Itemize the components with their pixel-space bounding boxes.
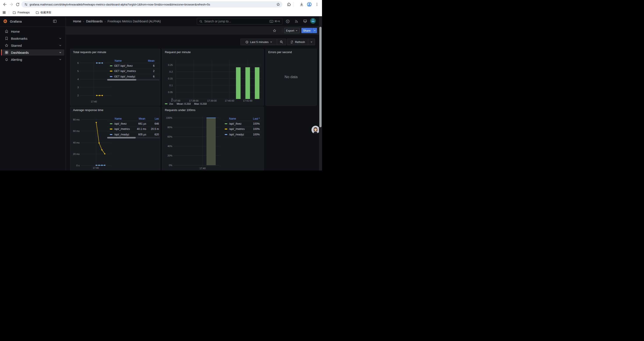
favorite-dashboard-button[interactable] [273,29,276,33]
search-input[interactable]: Search or jump to... ⌘+k [197,18,282,25]
column-last[interactable]: Last * [249,117,261,120]
refresh-interval-button[interactable] [308,39,315,45]
browser-toolbar: grafana.mathmast.com/d/deytv4rwavabkb/fr… [0,0,322,9]
extensions-button[interactable] [286,1,292,8]
legend-row[interactable]: GET /api/_/readyz 6 [107,74,159,80]
column-name[interactable]: Name [107,117,132,120]
panel-title[interactable]: Errors per second [268,51,292,54]
legend-series-name: 2xx [169,103,173,105]
bookmark-star-icon[interactable] [276,3,280,6]
keyboard-icon [270,20,273,23]
news-button[interactable] [293,18,300,24]
display-button[interactable] [302,18,308,24]
assistant-avatar-widget[interactable] [312,126,320,134]
user-avatar[interactable] [310,18,316,24]
legend-table: Name Mean GET /api/_/livez 6 GET /api/_/… [107,59,159,80]
refresh-button[interactable]: Refresh [287,39,308,45]
legend-row[interactable]: GET /api/_/livez 6 [107,63,159,69]
legend-row[interactable]: /api/_/metrics 100% [224,127,261,132]
star-icon [4,44,8,47]
url-bar[interactable]: grafana.mathmast.com/d/deytv4rwavabkb/fr… [22,1,282,8]
export-button[interactable]: Export [284,28,300,33]
home-icon [4,30,8,33]
reload-button[interactable] [14,1,20,8]
legend-row[interactable]: /api/_/metrics 40.1 ms 20.5 m [107,127,160,132]
column-mean[interactable]: Mean [148,59,159,62]
zoom-out-button[interactable] [277,39,286,45]
reload-icon [16,3,20,7]
panel-errors-per-second: Errors per second No data [266,49,317,106]
svg-text:?: ? [287,20,288,22]
grafana-logo[interactable] [3,19,8,24]
column-name[interactable]: Name [224,117,249,120]
y-tick: 100% [164,116,172,119]
dashboard-header [66,27,322,35]
series-color-chip [225,134,227,135]
panel-total-requests: Total requests per minute 6 5 4 3 2 17:4… [70,49,160,106]
series-color-chip [110,71,112,72]
sidebar-item-bookmarks[interactable]: Bookmarks [1,35,64,42]
breadcrumb-dashboards[interactable]: Dashboards [86,20,103,23]
browser-menu-button[interactable] [314,1,320,8]
x-tick: 17:39:00 [204,99,220,102]
table-scrollbar[interactable] [107,79,159,81]
refresh-icon [290,40,294,44]
legend-row[interactable]: /api/_/readyz 605 µs 620 [107,132,160,137]
bookmark-folder-blogs[interactable]: 收藏博客 [34,10,53,15]
dock-sidebar-button[interactable] [52,19,57,24]
sidebar-item-home[interactable]: Home [1,28,64,35]
sidebar-item-dashboards[interactable]: Dashboards [2,49,64,56]
url-text[interactable]: grafana.mathmast.com/d/deytv4rwavabkb/fr… [30,3,276,6]
sidebar-item-alerting[interactable]: Alerting [1,56,64,63]
panel-title[interactable]: Requests under 100ms [165,108,196,112]
chart-legend[interactable]: 2xx Mean: 0.233 Max: 0.233 [165,103,207,105]
forward-button[interactable] [8,1,14,8]
request-per-minute-chart[interactable] [174,60,262,100]
back-button[interactable] [2,1,8,8]
breadcrumb-home[interactable]: Home [73,20,81,23]
chevron-down-icon [314,30,316,32]
column-name[interactable]: Name [107,59,122,62]
sidebar-item-starred[interactable]: Starred [1,42,64,49]
x-tick: 17:41:00 [240,99,255,102]
x-tick: 17:40 [196,167,209,170]
apps-button[interactable] [1,10,7,15]
panel-title[interactable]: Request per minute [165,51,191,54]
table-scrollbar[interactable] [107,137,160,138]
breadcrumb-separator: › [83,20,84,23]
share-menu-button[interactable] [312,28,317,33]
legend-row[interactable]: /api/_/livez 661 µs 646 [107,121,160,127]
bookmark-folder-freeleaps[interactable]: Freeleaps [11,10,32,15]
legend-row[interactable]: /api/_/readyz 100% [224,132,261,137]
rss-icon [294,19,298,24]
series-color-chip [165,103,168,104]
series-color-chip [110,129,112,129]
column-last[interactable]: Las [145,117,160,120]
under-100ms-chart[interactable] [173,117,220,167]
brand-name: Grafana [10,20,22,23]
scrollbar-thumb[interactable] [319,27,322,127]
legend-header: Name Mean Las [107,117,160,121]
share-button[interactable]: Share [302,28,312,33]
bell-icon [4,58,8,62]
star-icon [273,29,276,33]
avg-response-chart[interactable] [80,118,111,169]
panel-title[interactable]: Average response time [73,108,104,112]
help-button[interactable]: ? [284,18,291,24]
panel-under-100ms: Requests under 100ms 100% 80% 60% 40% 20… [162,107,264,171]
y-tick: 60% [164,135,172,138]
y-tick: 20 ms [71,153,80,156]
time-range-picker[interactable]: Last 5 minutes [240,39,277,45]
browser-scrollbar[interactable] [319,16,322,171]
legend-row[interactable]: GET /api/_/metrics 2 [107,69,159,74]
site-settings-icon[interactable] [24,3,28,6]
panel-title[interactable]: Total requests per minute [73,51,106,54]
y-tick: 4 [72,78,79,81]
y-tick: 5 [72,70,79,73]
series-color-chip [225,123,227,124]
legend-row[interactable]: /api/_/livez 100% [224,121,261,127]
column-mean[interactable]: Mean [132,117,145,120]
series-color-chip [110,65,112,66]
profile-button[interactable] [306,1,312,8]
downloads-button[interactable] [298,1,305,8]
